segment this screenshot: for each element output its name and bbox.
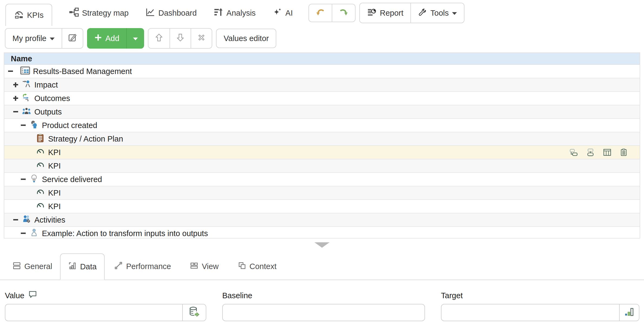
tree-row[interactable]: KPI bbox=[4, 146, 640, 159]
tree-row-label: Results-Based Management bbox=[33, 67, 132, 76]
data-form: Value Baseline Target bbox=[0, 280, 644, 321]
add-label: Add bbox=[105, 34, 119, 43]
tab-data[interactable]: Data bbox=[60, 253, 105, 280]
toolbar: My profile Add Values editor bbox=[0, 26, 644, 51]
tree-toggle[interactable] bbox=[13, 109, 19, 115]
undo-icon bbox=[316, 7, 325, 19]
add-group: Add bbox=[87, 28, 144, 49]
edit-button[interactable] bbox=[62, 29, 83, 48]
report-tools-group: Report Tools bbox=[359, 3, 464, 23]
performance-icon bbox=[114, 261, 123, 272]
tree-row[interactable]: Outcomes bbox=[4, 92, 640, 105]
tab-ai[interactable]: AI bbox=[273, 7, 293, 19]
tree-header[interactable]: Name bbox=[4, 53, 640, 65]
tree-row-label: KPI bbox=[48, 202, 61, 211]
tree-toggle[interactable] bbox=[20, 122, 26, 128]
tree-row[interactable]: Service delivered bbox=[4, 173, 640, 186]
add-button[interactable]: Add bbox=[87, 28, 127, 49]
tree-row[interactable]: Activities bbox=[4, 213, 640, 227]
top-tab-bar: KPIs Strategy map Dashboard Analysis AI … bbox=[0, 0, 644, 26]
profile-label: My profile bbox=[12, 34, 47, 43]
tab-analysis[interactable]: Analysis bbox=[214, 7, 256, 19]
gauge-icon bbox=[14, 9, 24, 21]
tree-rows: Results-Based Management Impact Outcomes… bbox=[4, 65, 640, 239]
values-editor-button[interactable]: Values editor bbox=[216, 29, 276, 48]
outcomes-icon bbox=[22, 93, 31, 104]
tab-general[interactable]: General bbox=[12, 253, 52, 280]
add-sibling-node-icon[interactable] bbox=[586, 148, 595, 157]
tree-row[interactable]: Impact bbox=[4, 78, 640, 92]
tree-toggle[interactable] bbox=[20, 176, 26, 182]
tree-row-label: KPI bbox=[48, 189, 61, 197]
x-icon bbox=[197, 33, 206, 44]
add-dropdown[interactable] bbox=[126, 28, 144, 49]
target-input[interactable] bbox=[441, 304, 619, 321]
profile-dropdown[interactable]: My profile bbox=[5, 29, 62, 48]
ai-sparkle-icon bbox=[273, 7, 282, 19]
tree-toggle[interactable] bbox=[13, 95, 19, 101]
report-label: Report bbox=[380, 9, 403, 18]
profile-group: My profile bbox=[5, 28, 83, 49]
tree-row[interactable]: KPI bbox=[4, 159, 640, 173]
redo-button[interactable] bbox=[332, 4, 355, 22]
tree-row[interactable]: Strategy / Action Plan bbox=[4, 132, 640, 146]
tree-toggle[interactable] bbox=[20, 230, 26, 236]
detail-tab-bar: General Data Performance View Context bbox=[0, 253, 644, 280]
tab-view[interactable]: View bbox=[190, 253, 218, 280]
bulb-icon bbox=[30, 174, 38, 185]
clipboard-list-icon[interactable] bbox=[620, 148, 628, 157]
impact-icon bbox=[22, 80, 31, 90]
tab-dashboard[interactable]: Dashboard bbox=[145, 7, 197, 19]
baseline-input[interactable] bbox=[223, 304, 424, 321]
target-chart-button[interactable] bbox=[619, 304, 639, 321]
target-label: Target bbox=[441, 291, 463, 300]
tree-row-label: Impact bbox=[34, 81, 58, 89]
tree-toggle[interactable] bbox=[13, 82, 19, 88]
undo-button[interactable] bbox=[309, 4, 332, 22]
tab-context[interactable]: Context bbox=[238, 253, 277, 280]
tab-performance[interactable]: Performance bbox=[114, 253, 171, 280]
tree-row[interactable]: Results-Based Management bbox=[4, 65, 640, 78]
tree-toggle[interactable] bbox=[13, 217, 19, 223]
delete-button[interactable] bbox=[191, 29, 212, 48]
value-input-group bbox=[5, 304, 206, 321]
tab-label: General bbox=[24, 262, 52, 271]
tree-row[interactable]: Outputs bbox=[4, 105, 640, 119]
scorecard-icon bbox=[20, 66, 30, 76]
bar-chart-icon bbox=[624, 306, 635, 319]
tree-row[interactable]: Example: Action to transform inputs into… bbox=[4, 227, 640, 239]
analysis-icon bbox=[214, 7, 223, 19]
baseline-label-row: Baseline bbox=[222, 291, 425, 300]
report-button[interactable]: Report bbox=[360, 3, 410, 23]
edit-pencil-icon bbox=[68, 33, 77, 44]
product-heads-icon bbox=[29, 120, 39, 131]
table-columns-icon[interactable] bbox=[603, 148, 612, 157]
view-icon bbox=[190, 261, 198, 272]
value-label: Value bbox=[5, 291, 24, 300]
kpi-gauge-icon bbox=[36, 188, 45, 198]
move-down-button[interactable] bbox=[170, 29, 191, 48]
tab-label: View bbox=[202, 262, 218, 271]
tree-row-label: Example: Action to transform inputs into… bbox=[42, 229, 208, 238]
comment-icon[interactable] bbox=[28, 290, 37, 301]
baseline-label: Baseline bbox=[222, 291, 252, 300]
tree-row-label: Product created bbox=[42, 121, 97, 130]
value-input[interactable] bbox=[5, 304, 182, 321]
database-export-icon bbox=[188, 306, 200, 319]
tree-row[interactable]: KPI bbox=[4, 200, 640, 213]
tree-toggle[interactable] bbox=[8, 68, 14, 74]
tree-row[interactable]: KPI bbox=[4, 186, 640, 200]
data-source-button[interactable] bbox=[182, 304, 206, 321]
tab-kpis[interactable]: KPIs bbox=[5, 4, 52, 26]
tree-row-label: Service delivered bbox=[42, 175, 102, 184]
target-label-row: Target bbox=[441, 291, 639, 300]
tree-row[interactable]: Product created bbox=[4, 119, 640, 132]
move-group bbox=[148, 28, 212, 49]
tab-strategy-map[interactable]: Strategy map bbox=[69, 7, 128, 19]
collapse-panel-handle[interactable] bbox=[314, 242, 330, 248]
action-plan-clipboard-icon bbox=[36, 133, 44, 145]
tree-row-label: KPI bbox=[48, 148, 61, 157]
move-up-button[interactable] bbox=[148, 29, 170, 48]
add-child-node-icon[interactable] bbox=[569, 148, 578, 157]
tools-button[interactable]: Tools bbox=[410, 3, 464, 23]
